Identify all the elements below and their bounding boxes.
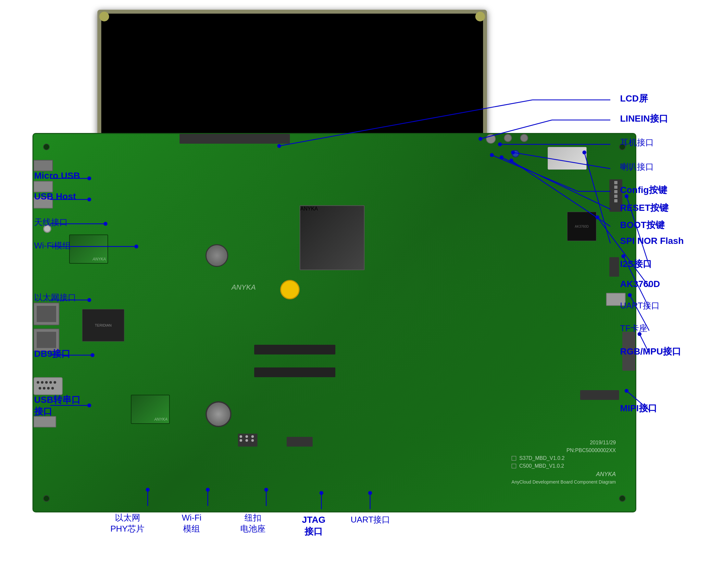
main-soc: ANYKA (300, 205, 365, 270)
label-antenna: 天线接口 (34, 217, 68, 228)
board-info: 2019/11/29 PN:PBC50000002XX S37D_MBD_V1.… (512, 439, 616, 485)
label-uart-bottom: UART接口 (350, 514, 390, 525)
label-ethernet: 以太网接口 (34, 292, 76, 303)
db9-port (34, 377, 63, 395)
usb-host-port-1 (34, 181, 53, 192)
label-uart-right: UART接口 (620, 300, 660, 311)
board-pcb-id2: C500_MBD_V1.0.2 (519, 462, 564, 470)
spi-nor-flash-chip (548, 147, 587, 170)
ethernet-port (34, 302, 59, 325)
linein-connector (486, 134, 496, 144)
yellow-component (280, 280, 300, 299)
label-eth-phy: 以太网 PHY芯片 (111, 512, 144, 534)
board-date: 2019/11/29 (512, 439, 616, 447)
speaker-connector (520, 134, 528, 142)
anyka-text-board: ANYKA (232, 283, 256, 292)
wifi-module: ANYKA (69, 234, 108, 264)
label-tf: TF卡座 (620, 323, 647, 334)
label-reset-btn: RESET按键 (620, 202, 668, 214)
label-linein: LINEIN接口 (620, 112, 668, 125)
label-usb-host: USB Host (34, 191, 76, 202)
label-config-btn: Config按键 (620, 184, 667, 196)
anyka-logo-chip: ANYKA (300, 206, 318, 211)
pcb-container: ANYKA (33, 10, 649, 577)
label-jtag: JTAG 接口 (302, 514, 326, 538)
usb-serial-port (34, 416, 56, 427)
label-wifi: Wi-Fi模组 (34, 240, 71, 251)
label-micro-usb: Micro USB (34, 171, 80, 181)
label-rgb-mpu: RGB/MPU接口 (620, 345, 681, 358)
label-headphone: 耳机接口 (620, 137, 654, 148)
board-pcb-id: S37D_MBD_V1.0.2 (519, 454, 565, 462)
fpc-connector-1 (254, 345, 335, 355)
label-ak3760d: AK3760D (620, 279, 660, 289)
label-lcd: LCD屏 (620, 92, 648, 105)
label-i2s: I2S接口 (620, 258, 652, 270)
lcd-screen (97, 10, 487, 152)
micro-usb-port (34, 160, 53, 171)
button-battery-bottom (205, 401, 232, 427)
boot-button-component (512, 150, 519, 157)
ak3760d-chip: AK3760D (567, 212, 596, 241)
label-spi-flash: SPI NOR Flash (620, 236, 684, 246)
coin-battery (205, 244, 228, 267)
jtag-connector (238, 434, 257, 447)
board-brand: ANYKA (512, 470, 616, 479)
board-product: AnyCloud Development Board Component Dia… (512, 479, 616, 485)
label-wifi-bottom: Wi-Fi 模组 (182, 512, 202, 534)
label-speaker: 喇叭接口 (620, 161, 654, 172)
mipi-connector (580, 390, 619, 400)
label-battery: 纽扣 电池座 (240, 512, 265, 534)
main-pcb: ANYKA (33, 133, 636, 512)
label-usb-serial: USB转串口 接口 (34, 394, 81, 418)
eth-phy-chip: TERIDIAN (82, 309, 124, 341)
label-boot-btn: BOOT按键 (620, 219, 664, 231)
label-db9: DB9接口 (34, 348, 71, 360)
uart-right-connector (609, 257, 619, 277)
fpc-connector-2 (254, 368, 335, 377)
uart-bottom-connector (287, 437, 313, 447)
headphone-connector (504, 134, 512, 142)
wifi-module-bottom: ANYKA (131, 395, 170, 424)
label-mipi: MIPI接口 (620, 402, 657, 415)
board-pn: PN:PBC50000002XX (512, 447, 616, 454)
gpio-header (180, 134, 290, 144)
